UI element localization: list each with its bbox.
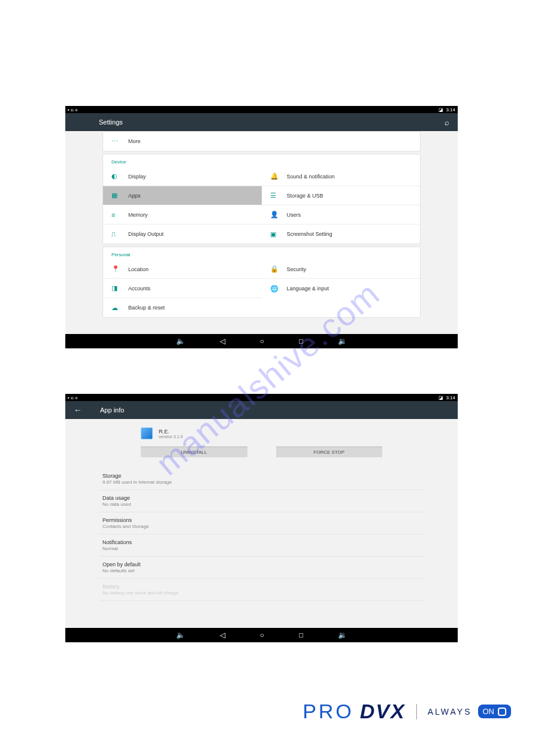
backup-icon: ☁ xyxy=(111,304,128,312)
sound-icon: 🔔 xyxy=(270,172,287,180)
more-icon: ⋯ xyxy=(111,138,128,145)
nav-home-icon[interactable]: ○ xyxy=(260,631,264,639)
status-bar-2: ▪ ⎄ ◉ ◪3:14 xyxy=(65,394,458,401)
apps-icon: ▦ xyxy=(111,192,128,199)
settings-item-screenshot[interactable]: ▣Screenshot Setting xyxy=(262,224,421,244)
nav-bar: 🔈 ◁ ○ □ 🔉 xyxy=(65,334,458,348)
screenshot-icon: ▣ xyxy=(270,230,287,238)
settings-item-security[interactable]: 🔒Security xyxy=(262,260,421,279)
settings-item-apps[interactable]: ▦Apps xyxy=(103,186,262,205)
appinfo-screenshot: ▪ ⎄ ◉ ◪3:14 ← App info R.E. version 3.1.… xyxy=(65,394,458,642)
nav-home-icon[interactable]: ○ xyxy=(260,337,264,345)
footer-logo: PRO DVX ALWAYS ON xyxy=(303,700,511,723)
settings-item-memory[interactable]: ≡Memory xyxy=(103,205,262,224)
nav-recent-icon[interactable]: □ xyxy=(299,631,303,639)
search-icon[interactable]: ⌕ xyxy=(445,118,449,127)
nav-bar-2: 🔈 ◁ ○ □ 🔉 xyxy=(65,628,458,642)
settings-item-accounts[interactable]: ◨Accounts xyxy=(103,279,262,298)
settings-item-location[interactable]: 📍Location xyxy=(103,260,262,279)
settings-item-language[interactable]: 🌐Language & input xyxy=(262,279,421,298)
language-icon: 🌐 xyxy=(270,285,287,293)
settings-item-display-output[interactable]: ⎍Display Output xyxy=(103,224,262,244)
status-bar: ▪ ⎄ ◉ ◪3:14 xyxy=(65,106,458,113)
nav-back-icon[interactable]: ◁ xyxy=(220,337,225,345)
app-name: R.E. xyxy=(159,429,183,435)
app-icon xyxy=(141,427,153,439)
info-item[interactable]: Storage9.87 MB used in Internal storage xyxy=(99,468,424,490)
nav-screenshot-icon[interactable]: 🔉 xyxy=(338,337,347,345)
nav-volume-icon[interactable]: 🔈 xyxy=(176,631,185,639)
nav-recent-icon[interactable]: □ xyxy=(299,337,303,345)
nav-screenshot-icon[interactable]: 🔉 xyxy=(338,631,347,639)
back-icon[interactable]: ← xyxy=(74,405,82,415)
info-item: BatteryNo battery use since last full ch… xyxy=(99,579,424,601)
nav-volume-icon[interactable]: 🔈 xyxy=(176,337,185,345)
page-title-2: App info xyxy=(100,406,124,414)
status-time: 3:14 xyxy=(446,107,455,113)
category-device: Device xyxy=(103,154,420,167)
settings-item-display[interactable]: ◐Display xyxy=(103,167,262,186)
storage-icon: ☰ xyxy=(270,192,287,199)
status-icons-left: ▪ ⎄ ◉ xyxy=(68,107,78,113)
settings-item-users[interactable]: 👤Users xyxy=(262,205,421,224)
settings-more[interactable]: ⋯ More xyxy=(103,132,420,151)
memory-icon: ≡ xyxy=(111,211,128,218)
info-item[interactable]: Open by defaultNo defaults set xyxy=(99,557,424,579)
security-icon: 🔒 xyxy=(270,265,287,273)
info-item[interactable]: Data usageNo data used xyxy=(99,490,424,512)
settings-item-sound[interactable]: 🔔Sound & notification xyxy=(262,167,421,186)
display-icon: ◐ xyxy=(111,172,128,180)
users-icon: 👤 xyxy=(270,211,287,218)
nav-back-icon[interactable]: ◁ xyxy=(220,631,225,639)
page-title: Settings xyxy=(99,119,123,126)
app-header: R.E. version 3.1.9 xyxy=(99,424,424,443)
action-bar-2: ← App info xyxy=(65,401,458,419)
category-personal: Personal xyxy=(103,247,420,260)
settings-screenshot: ▪ ⎄ ◉ ◪3:14 Settings ⌕ ⋯ More Device ◐Di… xyxy=(65,106,458,348)
settings-item-storage[interactable]: ☰Storage & USB xyxy=(262,186,421,205)
action-bar: Settings ⌕ xyxy=(65,113,458,131)
accounts-icon: ◨ xyxy=(111,284,128,292)
uninstall-button[interactable]: UNINSTALL xyxy=(141,447,247,457)
info-item[interactable]: NotificationsNormal xyxy=(99,535,424,557)
info-item[interactable]: PermissionsContacts and Storage xyxy=(99,512,424,535)
location-icon: 📍 xyxy=(111,265,128,273)
app-version: version 3.1.9 xyxy=(159,435,183,439)
settings-item-backup[interactable]: ☁Backup & reset xyxy=(103,298,262,317)
force-stop-button[interactable]: FORCE STOP xyxy=(276,447,383,457)
display-output-icon: ⎍ xyxy=(111,230,128,238)
